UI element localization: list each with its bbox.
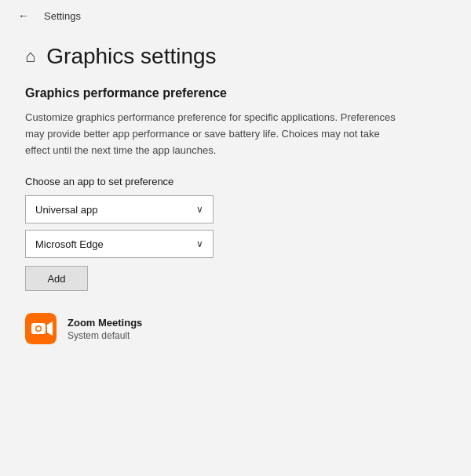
list-item: Zoom Meetings System default <box>25 307 446 351</box>
app-select-dropdown[interactable]: Microsoft Edge ∨ <box>25 230 214 258</box>
section-description: Customize graphics performance preferenc… <box>25 110 402 158</box>
title-bar-text: Settings <box>44 10 81 22</box>
choose-app-label: Choose an app to set preference <box>25 176 446 187</box>
section-title: Graphics performance preference <box>25 86 446 100</box>
add-button[interactable]: Add <box>25 266 88 291</box>
back-arrow-icon: ← <box>18 9 29 22</box>
chevron-down-icon: ∨ <box>196 204 203 215</box>
svg-point-4 <box>37 327 41 331</box>
home-icon: ⌂ <box>25 48 35 65</box>
chevron-down-icon-2: ∨ <box>196 238 203 249</box>
page-header: ⌂ Graphics settings <box>25 44 446 69</box>
app-type-dropdown[interactable]: Universal app ∨ <box>25 195 214 223</box>
app-list: Zoom Meetings System default <box>25 307 446 351</box>
page-title: Graphics settings <box>46 44 216 69</box>
app-info: Zoom Meetings System default <box>68 317 142 341</box>
title-bar: ← Settings <box>0 0 471 31</box>
page-content: ⌂ Graphics settings Graphics performance… <box>0 31 471 369</box>
back-button[interactable]: ← <box>13 5 35 27</box>
app-preference: System default <box>68 330 142 341</box>
app-select-value: Microsoft Edge <box>35 238 104 250</box>
app-icon <box>25 313 57 344</box>
app-name: Zoom Meetings <box>68 317 142 329</box>
app-type-value: Universal app <box>35 204 98 216</box>
